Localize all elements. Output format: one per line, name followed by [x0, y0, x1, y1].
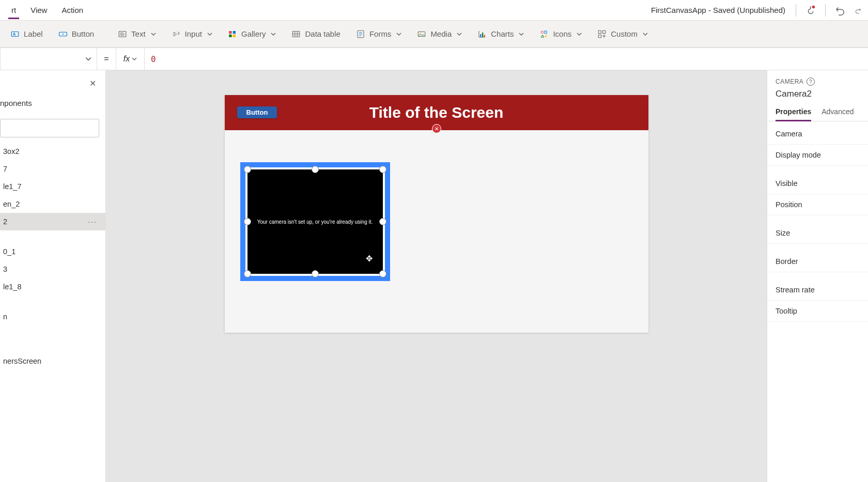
resize-handle[interactable]	[379, 166, 386, 173]
chevron-down-icon	[396, 32, 401, 37]
error-badge-icon[interactable]: ✕	[432, 124, 441, 133]
chevron-down-icon	[457, 32, 462, 37]
ribbon-media[interactable]: Media	[411, 26, 468, 42]
resize-handle[interactable]	[244, 166, 251, 173]
tree-list: 3ox2 7 le1_7 en_2 2 ··· 0_1 3 le1_8 n ne…	[0, 143, 105, 482]
ribbon-charts[interactable]: Charts	[471, 26, 530, 42]
ribbon-icons[interactable]: Icons	[533, 26, 588, 42]
ribbon-label[interactable]: Label	[4, 26, 49, 42]
chevron-down-icon	[85, 56, 91, 62]
ribbon-button[interactable]: Button	[52, 26, 100, 42]
svg-point-3	[63, 33, 64, 34]
resize-handle[interactable]	[244, 270, 251, 277]
canvas-area[interactable]: Button Title of the Screen ✕ Your camera…	[106, 70, 767, 482]
tree-item-selected[interactable]: 2 ···	[0, 213, 105, 230]
svg-rect-17	[545, 31, 547, 34]
app-checker-icon[interactable]	[802, 2, 819, 19]
datatable-icon	[291, 29, 301, 39]
doc-title: FirstCanvasApp - Saved (Unpublished)	[651, 6, 785, 14]
help-icon[interactable]: ?	[807, 77, 815, 86]
svg-point-12	[420, 33, 421, 34]
resize-handle[interactable]	[379, 218, 386, 225]
custom-icon	[597, 29, 607, 39]
fx-label: fx	[123, 54, 130, 64]
chevron-down-icon	[207, 32, 212, 37]
app-header: Button Title of the Screen ✕	[225, 95, 648, 130]
ribbon-custom[interactable]: Custom	[591, 26, 654, 42]
tree-item[interactable]: le1_8	[0, 278, 105, 296]
ribbon: Label Button Text Input Gallery Data tab…	[0, 21, 868, 48]
menu-bar: rt View Action FirstCanvasApp - Saved (U…	[0, 0, 868, 21]
prop-border[interactable]: Border	[767, 251, 868, 272]
divider	[796, 4, 796, 17]
icons-icon	[539, 29, 549, 39]
undo-icon[interactable]	[832, 2, 848, 19]
more-icon[interactable]: ···	[88, 217, 101, 226]
svg-rect-7	[229, 34, 231, 37]
svg-rect-19	[603, 30, 606, 33]
fx-button[interactable]: fx	[116, 48, 145, 70]
ribbon-text-label: Text	[131, 29, 146, 38]
resize-handle[interactable]	[312, 270, 319, 277]
menu-action[interactable]: Action	[54, 2, 90, 19]
ribbon-datatable[interactable]: Data table	[285, 26, 346, 42]
prop-size[interactable]: Size	[767, 223, 868, 244]
resize-handle[interactable]	[379, 270, 386, 277]
prop-position[interactable]: Position	[767, 194, 868, 215]
tree-item[interactable]: le1_7	[0, 178, 105, 195]
prop-tooltip[interactable]: Tooltip	[767, 301, 868, 322]
tree-view-panel: ✕ nponents 3ox2 7 le1_7 en_2 2 ··· 0_1 3…	[0, 70, 106, 482]
tab-advanced[interactable]: Advanced	[822, 107, 854, 121]
text-icon	[118, 29, 127, 39]
prop-stream-rate[interactable]: Stream rate	[767, 279, 868, 301]
property-selector[interactable]	[0, 48, 97, 70]
menu-view[interactable]: View	[23, 2, 54, 19]
control-name[interactable]: Camera2	[776, 89, 860, 99]
svg-rect-14	[482, 33, 483, 37]
control-type-label: CAMERA ?	[776, 77, 860, 86]
ribbon-input[interactable]: Input	[165, 26, 219, 42]
ribbon-gallery-label: Gallery	[241, 29, 266, 38]
svg-rect-9	[293, 31, 300, 37]
main: ✕ nponents 3ox2 7 le1_7 en_2 2 ··· 0_1 3…	[0, 70, 868, 482]
prop-visible[interactable]: Visible	[767, 173, 868, 194]
tree-item[interactable]: 0_1	[0, 243, 105, 260]
ribbon-text[interactable]: Text	[112, 26, 162, 42]
tree-item[interactable]: en_2	[0, 195, 105, 213]
tree-item[interactable]: 3ox2	[0, 143, 105, 160]
search-input[interactable]	[0, 119, 99, 137]
chevron-down-icon	[271, 32, 276, 37]
redo-icon[interactable]	[855, 2, 862, 19]
charts-icon	[477, 29, 487, 39]
menu-left: rt View Action	[4, 2, 90, 19]
forms-icon	[356, 29, 365, 39]
svg-point-16	[541, 31, 544, 34]
ribbon-gallery[interactable]: Gallery	[222, 26, 283, 42]
components-tab[interactable]: nponents	[0, 99, 105, 112]
button-icon	[58, 29, 68, 39]
tree-item[interactable]: 3	[0, 260, 105, 278]
properties-list: Camera Display mode Visible Position Siz…	[767, 121, 868, 324]
formula-bar: = fx	[0, 48, 868, 70]
tree-item[interactable]: 7	[0, 160, 105, 178]
svg-rect-13	[480, 34, 481, 37]
ribbon-datatable-label: Data table	[305, 29, 340, 38]
formula-input[interactable]	[145, 48, 868, 70]
resize-handle[interactable]	[312, 166, 319, 173]
app-canvas[interactable]: Button Title of the Screen ✕ Your camera…	[225, 95, 648, 333]
prop-display-mode[interactable]: Display mode	[767, 145, 868, 166]
svg-rect-6	[233, 31, 236, 34]
tab-properties[interactable]: Properties	[776, 107, 811, 121]
tree-item[interactable]: n	[0, 308, 105, 325]
menu-insert[interactable]: rt	[4, 2, 23, 19]
resize-handle[interactable]	[244, 218, 251, 225]
svg-rect-5	[229, 31, 231, 34]
tree-item[interactable]: nersScreen	[0, 352, 105, 370]
svg-point-0	[812, 5, 815, 8]
ribbon-forms[interactable]: Forms	[350, 26, 408, 42]
move-cursor-icon: ✥	[366, 254, 373, 263]
media-icon	[417, 29, 426, 39]
prop-camera[interactable]: Camera	[767, 123, 868, 145]
close-icon[interactable]: ✕	[87, 76, 98, 90]
camera-control-selected[interactable]: Your camera isn't set up, or you're alre…	[240, 162, 390, 281]
